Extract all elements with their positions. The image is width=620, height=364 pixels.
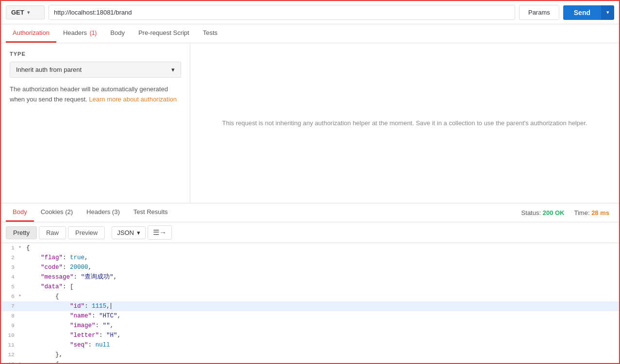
code-content: "flag": true, <box>26 253 619 263</box>
line-number: 12 <box>1 350 18 359</box>
type-value: Inherit auth from parent <box>16 66 82 73</box>
code-line: 8 "name": "HTC", <box>1 311 619 321</box>
type-label: TYPE <box>10 51 181 57</box>
time-value: 28 ms <box>591 209 609 216</box>
fold-button <box>18 321 26 321</box>
learn-more-link[interactable]: Learn more about authorization <box>89 96 177 103</box>
fold-button <box>18 311 26 312</box>
code-line: 4 "message": "查询成功", <box>1 272 619 282</box>
line-number: 9 <box>1 321 18 330</box>
send-button[interactable]: Send <box>563 5 601 20</box>
code-line: 3 "code": 20000, <box>1 263 619 272</box>
fold-button <box>18 253 26 253</box>
text-cursor <box>111 303 111 309</box>
code-toolbar: Pretty Raw Preview JSON ▾ ☰→ <box>1 222 619 243</box>
code-line: 12 }, <box>1 350 619 360</box>
preview-button[interactable]: Preview <box>68 226 105 239</box>
code-content: "seq": null <box>26 340 619 350</box>
tab-headers[interactable]: Headers (1) <box>56 24 103 43</box>
code-line: 2 "flag": true, <box>1 253 619 263</box>
tab-pre-request-script[interactable]: Pre-request Script <box>132 24 196 43</box>
auth-left-panel: TYPE Inherit auth from parent ▾ The auth… <box>1 43 190 203</box>
method-chevron-icon: ▾ <box>27 10 30 15</box>
code-line: 1▾{ <box>1 243 619 253</box>
fold-button <box>18 350 26 350</box>
type-chevron-icon: ▾ <box>171 66 175 73</box>
line-number: 8 <box>1 311 18 320</box>
status-value: 200 OK <box>543 209 565 216</box>
code-content: "code": 20000, <box>26 263 619 272</box>
fold-button <box>18 263 26 263</box>
code-content: "letter": "H", <box>26 331 619 340</box>
line-number: 5 <box>1 282 18 291</box>
tab-authorization[interactable]: Authorization <box>6 24 56 43</box>
fold-button[interactable]: ▾ <box>18 243 26 251</box>
auth-right-panel: This request is not inheriting any autho… <box>190 43 619 203</box>
code-content: { <box>26 292 619 301</box>
code-content: "message": "查询成功", <box>26 272 619 282</box>
format-label: JSON <box>117 229 134 236</box>
response-tab-body[interactable]: Body <box>6 203 34 222</box>
fold-button <box>18 282 26 282</box>
line-number: 13 <box>1 360 18 363</box>
code-line: 11 "seq": null <box>1 340 619 350</box>
line-number: 1 <box>1 243 18 252</box>
code-content: "data": [ <box>26 282 619 292</box>
code-content: }, <box>26 350 619 360</box>
code-line: 10 "letter": "H", <box>1 331 619 340</box>
auth-description: The authorization header will be automat… <box>10 84 181 105</box>
code-line: 5 "data": [ <box>1 282 619 292</box>
tab-tests[interactable]: Tests <box>196 24 224 43</box>
fold-button[interactable]: ▾ <box>18 360 26 363</box>
code-content: "image": "", <box>26 321 619 331</box>
type-select[interactable]: Inherit auth from parent ▾ <box>10 62 181 78</box>
status-label: Status: 200 OK <box>521 209 565 216</box>
auth-right-message: This request is not inheriting any autho… <box>222 119 587 127</box>
send-chevron-button[interactable]: ▾ <box>601 5 614 20</box>
response-tab-test-results[interactable]: Test Results <box>127 203 175 222</box>
code-line: 13▾ { <box>1 360 619 363</box>
auth-panel: TYPE Inherit auth from parent ▾ The auth… <box>1 43 619 203</box>
fold-button <box>18 272 26 273</box>
method-label: GET <box>11 9 24 16</box>
code-line: 6▾ { <box>1 292 619 301</box>
tab-body[interactable]: Body <box>103 24 132 43</box>
code-content: { <box>26 360 619 363</box>
code-content: { <box>26 243 619 253</box>
fold-button <box>18 331 26 331</box>
line-number: 4 <box>1 272 18 281</box>
response-status-bar: Status: 200 OK Time: 28 ms <box>521 209 614 216</box>
format-chevron-icon: ▾ <box>137 229 140 236</box>
response-section: Body Cookies (2) Headers (3) Test Result… <box>1 203 619 363</box>
method-select[interactable]: GET ▾ <box>6 5 45 19</box>
line-number: 6 <box>1 292 18 301</box>
request-tabs-row: Authorization Headers (1) Body Pre-reque… <box>1 24 619 43</box>
line-number: 11 <box>1 340 18 349</box>
line-number: 2 <box>1 253 18 262</box>
code-content: "id": 1115, <box>26 301 619 311</box>
send-btn-group: Send ▾ <box>563 5 614 20</box>
wrap-button[interactable]: ☰→ <box>148 225 172 240</box>
top-bar: GET ▾ Params Send ▾ <box>1 1 619 24</box>
code-area[interactable]: 1▾{2 "flag": true,3 "code": 20000,4 "mes… <box>1 243 619 363</box>
fold-button[interactable]: ▾ <box>18 292 26 300</box>
line-number: 7 <box>1 301 18 311</box>
code-content: "name": "HTC", <box>26 311 619 321</box>
format-select[interactable]: JSON ▾ <box>112 226 146 239</box>
code-line: 9 "image": "", <box>1 321 619 331</box>
code-line: 7 "id": 1115, <box>1 301 619 311</box>
url-input[interactable] <box>49 5 515 20</box>
response-tab-cookies[interactable]: Cookies (2) <box>34 203 80 222</box>
line-number: 10 <box>1 331 18 340</box>
response-tabs-row: Body Cookies (2) Headers (3) Test Result… <box>1 203 619 222</box>
fold-button <box>18 301 26 302</box>
pretty-button[interactable]: Pretty <box>6 226 37 239</box>
time-label: Time: 28 ms <box>574 209 609 216</box>
response-tab-headers[interactable]: Headers (3) <box>80 203 127 222</box>
params-button[interactable]: Params <box>519 5 559 20</box>
line-number: 3 <box>1 263 18 272</box>
raw-button[interactable]: Raw <box>39 226 66 239</box>
fold-button <box>18 340 26 341</box>
